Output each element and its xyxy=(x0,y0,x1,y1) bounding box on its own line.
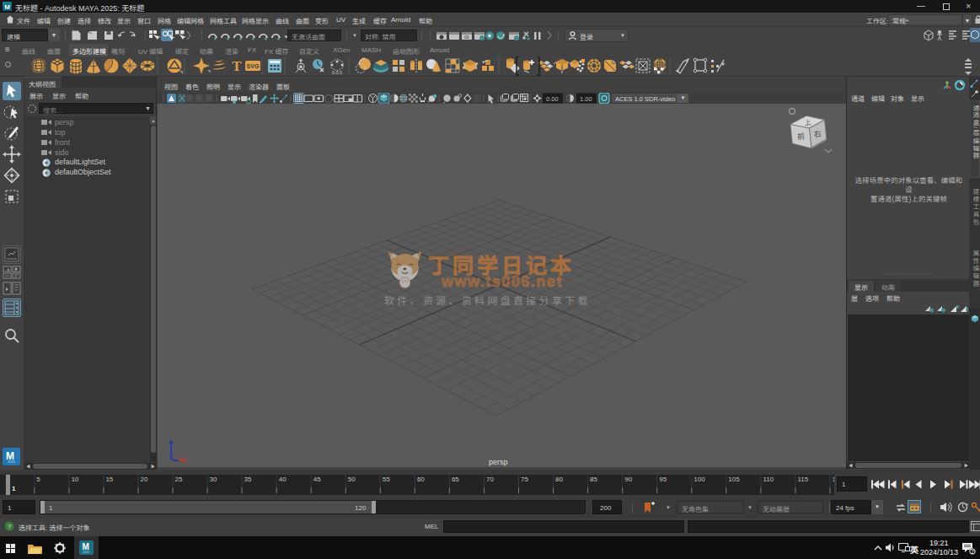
svg-text:40: 40 xyxy=(279,476,287,483)
svg-text:120: 120 xyxy=(833,476,835,483)
svg-text:00: 00 xyxy=(464,35,469,40)
svg-text:55: 55 xyxy=(383,476,390,483)
svg-text:5: 5 xyxy=(36,476,40,483)
svg-text:80: 80 xyxy=(555,476,563,483)
svg-text:前: 前 xyxy=(796,132,805,142)
svg-text:上: 上 xyxy=(804,119,811,127)
svg-text:50: 50 xyxy=(348,476,356,483)
svg-text:60: 60 xyxy=(417,476,425,483)
svg-text:95: 95 xyxy=(659,476,667,483)
svg-text:65: 65 xyxy=(452,476,459,483)
svg-text:SVG: SVG xyxy=(247,63,260,69)
svg-text:110: 110 xyxy=(763,476,774,483)
svg-text:15: 15 xyxy=(105,476,113,483)
svg-text:85: 85 xyxy=(590,476,597,483)
svg-text:45: 45 xyxy=(313,476,321,483)
svg-text:105: 105 xyxy=(728,476,740,483)
svg-text:10: 10 xyxy=(71,476,78,483)
svg-text:M: M xyxy=(4,3,10,11)
svg-text:T: T xyxy=(232,58,242,74)
svg-text:?: ? xyxy=(8,523,12,530)
svg-text:115: 115 xyxy=(797,476,808,483)
svg-text:35: 35 xyxy=(244,476,252,483)
svg-text:90: 90 xyxy=(624,476,632,483)
svg-text:25: 25 xyxy=(175,476,183,483)
svg-text:2: 2 xyxy=(971,549,974,555)
svg-text:75: 75 xyxy=(521,476,528,483)
svg-text:0.00: 0.00 xyxy=(546,95,559,103)
svg-text:右: 右 xyxy=(813,130,822,139)
svg-text:20: 20 xyxy=(141,476,148,483)
svg-text:0,0,0: 0,0,0 xyxy=(332,70,342,75)
svg-text:30: 30 xyxy=(210,476,217,483)
svg-text:1.00: 1.00 xyxy=(580,95,592,103)
svg-text:70: 70 xyxy=(486,476,494,483)
svg-text:100: 100 xyxy=(693,476,705,483)
